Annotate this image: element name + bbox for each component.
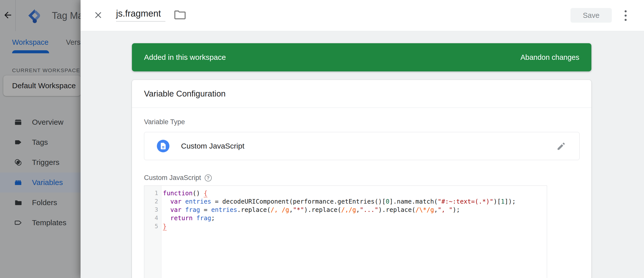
editor-code[interactable]: function() { var entries = decodeURIComp… [161, 186, 547, 278]
custom-javascript-icon [157, 140, 169, 152]
card-title: Variable Configuration [144, 80, 591, 108]
close-icon [94, 11, 102, 20]
variable-type-label: Variable Type [144, 118, 185, 126]
code-editor: 12345 function() { var entries = decodeU… [144, 186, 547, 278]
editor-gutter: 12345 [144, 186, 161, 278]
variable-editor-panel: js.fragment Save Added in this workspace… [81, 0, 644, 278]
panel-header: js.fragment Save [81, 0, 644, 31]
variable-type-row[interactable]: Custom JavaScript [144, 132, 580, 160]
abandon-changes-button[interactable]: Abandon changes [520, 53, 579, 62]
banner-message: Added in this workspace [144, 53, 226, 62]
workspace-status-banner: Added in this workspace Abandon changes [132, 43, 591, 71]
variable-configuration-card: Variable Configuration Variable Type Cus… [132, 80, 591, 278]
edit-variable-type-button[interactable] [556, 141, 566, 151]
pencil-icon [556, 142, 566, 151]
variable-name-input[interactable]: js.fragment [116, 8, 165, 22]
close-button[interactable] [93, 11, 103, 21]
help-icon[interactable] [205, 174, 212, 181]
folder-outline-icon [174, 10, 186, 21]
save-button[interactable]: Save [570, 8, 612, 23]
card-header: Variable Configuration [132, 80, 591, 108]
more-options-menu-icon[interactable] [622, 9, 629, 22]
variable-type-value: Custom JavaScript [181, 132, 244, 160]
move-to-folder-button[interactable] [174, 10, 186, 21]
custom-javascript-label: Custom JavaScript [144, 174, 201, 182]
modal-scrim [0, 0, 81, 278]
